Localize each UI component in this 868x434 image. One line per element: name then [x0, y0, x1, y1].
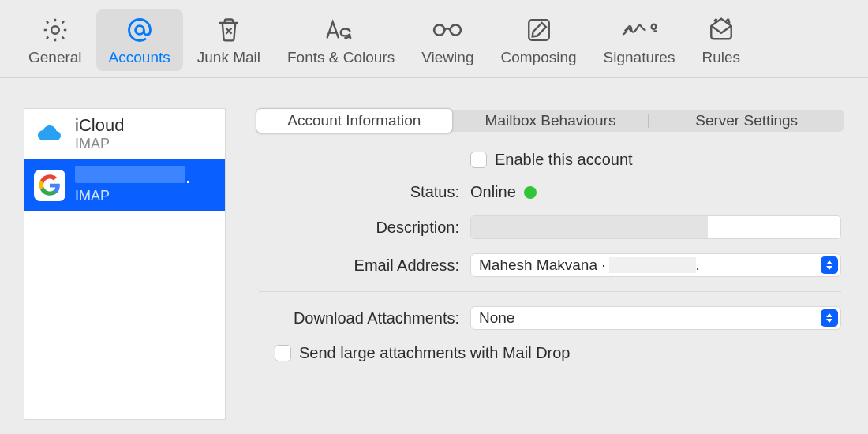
svg-point-1	[135, 26, 144, 35]
tab-label: Fonts & Colours	[287, 49, 395, 66]
tab-label: Junk Mail	[197, 49, 260, 66]
mail-drop-label: Send large attachments with Mail Drop	[299, 344, 571, 362]
email-address-select[interactable]: Mahesh Makvana · .	[470, 253, 841, 277]
main-content: iCloud IMAP . IMAP Account Information M…	[0, 78, 868, 420]
email-label: Email Address:	[259, 256, 470, 275]
svg-point-2	[434, 24, 444, 35]
junk-icon	[215, 14, 243, 46]
icloud-icon	[34, 118, 65, 150]
dropdown-stepper-icon	[821, 309, 838, 327]
status-indicator-icon	[524, 186, 537, 199]
tab-label: Composing	[500, 49, 576, 66]
tab-accounts[interactable]: Accounts	[96, 9, 183, 71]
tab-general[interactable]: General	[16, 9, 95, 71]
mail-drop-checkbox[interactable]	[275, 345, 291, 361]
account-name: iCloud	[75, 115, 124, 136]
download-attachments-label: Download Attachments:	[259, 309, 470, 327]
subtabs: Account Information Mailbox Behaviours S…	[256, 108, 844, 133]
divider	[259, 291, 841, 292]
tab-fonts-colours[interactable]: Fonts & Colours	[275, 9, 407, 71]
account-details-panel: Account Information Mailbox Behaviours S…	[256, 108, 844, 420]
rules-icon	[707, 14, 735, 46]
tab-label: Viewing	[421, 49, 473, 66]
gear-icon	[41, 14, 69, 46]
accounts-sidebar: iCloud IMAP . IMAP	[24, 108, 226, 420]
subtab-account-information[interactable]: Account Information	[256, 108, 453, 133]
tab-viewing[interactable]: Viewing	[409, 9, 486, 71]
account-form: Enable this account Status: Online Descr…	[256, 151, 844, 362]
google-icon	[34, 170, 65, 201]
signature-icon	[620, 14, 658, 46]
tab-label: Signatures	[604, 49, 675, 66]
svg-point-0	[51, 26, 59, 34]
tab-label: Rules	[702, 49, 740, 66]
status-value: Online	[470, 183, 516, 201]
preferences-toolbar: General Accounts Junk Mail Fonts & Colou…	[0, 0, 868, 78]
enable-account-label: Enable this account	[495, 151, 633, 169]
subtab-mailbox-behaviours[interactable]: Mailbox Behaviours	[453, 108, 649, 133]
fonts-icon	[324, 14, 358, 46]
svg-point-3	[451, 24, 461, 35]
description-field[interactable]	[470, 215, 841, 239]
account-type: IMAP	[75, 188, 190, 205]
compose-icon	[525, 14, 553, 46]
account-row-icloud[interactable]: iCloud IMAP	[24, 109, 225, 159]
account-row-google[interactable]: . IMAP	[24, 159, 225, 211]
tab-rules[interactable]: Rules	[689, 9, 753, 71]
download-attachments-select[interactable]: None	[470, 306, 841, 330]
dropdown-stepper-icon	[821, 256, 838, 274]
tab-junk-mail[interactable]: Junk Mail	[185, 9, 273, 71]
tab-composing[interactable]: Composing	[488, 9, 589, 71]
description-label: Description:	[259, 219, 470, 237]
account-type: IMAP	[75, 136, 124, 153]
subtab-server-settings[interactable]: Server Settings	[649, 108, 844, 133]
account-name-redacted: .	[75, 166, 190, 188]
at-sign-icon	[125, 14, 155, 46]
status-label: Status:	[259, 183, 470, 201]
tab-signatures[interactable]: Signatures	[591, 9, 688, 71]
enable-account-checkbox[interactable]	[470, 152, 487, 168]
tab-label: General	[28, 49, 82, 66]
email-redacted	[609, 257, 696, 273]
tab-label: Accounts	[109, 49, 170, 66]
glasses-icon	[430, 14, 465, 46]
